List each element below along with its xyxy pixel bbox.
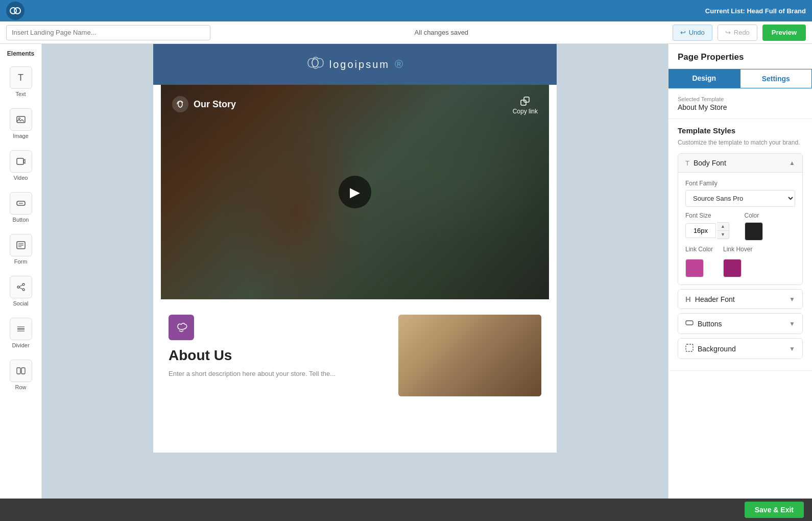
body-font-chevron-icon: ▲	[789, 159, 795, 167]
body-font-icon: T	[685, 159, 689, 167]
buttons-accordion: Buttons ▼	[678, 313, 803, 334]
svg-rect-24	[521, 100, 526, 105]
buttons-accordion-header[interactable]: Buttons ▼	[678, 314, 802, 334]
font-size-group: Font Size 16px ▲ ▼	[685, 212, 736, 241]
font-size-input-row: 16px ▲ ▼	[685, 222, 736, 239]
sidebar-item-button-label: Button	[13, 217, 29, 223]
about-us-image	[398, 315, 541, 396]
story-icon	[172, 96, 188, 112]
sidebar-item-divider-label: Divider	[12, 342, 29, 348]
link-color-group: Link Color	[685, 246, 713, 277]
about-icon	[169, 315, 194, 340]
page-name-input[interactable]	[6, 25, 210, 40]
text-icon: T	[10, 66, 32, 89]
svg-rect-25	[686, 321, 693, 325]
about-us-left: About Us Enter a short description here …	[169, 315, 383, 396]
button-icon	[10, 192, 32, 215]
svg-line-14	[19, 285, 22, 287]
sidebar-item-form-label: Form	[14, 258, 28, 265]
sidebar-item-row[interactable]: Row	[3, 356, 39, 394]
background-accordion-header[interactable]: Background ▼	[678, 339, 802, 359]
sidebar-item-divider[interactable]: Divider	[3, 314, 39, 352]
header-font-accordion: H Header Font ▼	[678, 289, 803, 309]
buttons-chevron-icon: ▼	[789, 320, 795, 327]
svg-rect-26	[686, 344, 693, 351]
body-font-accordion-header[interactable]: T Body Font ▲	[678, 154, 802, 173]
main-layout: Elements T Text Image Video Button	[0, 44, 812, 499]
social-icon	[10, 276, 32, 298]
svg-point-21	[312, 59, 318, 67]
header-font-accordion-header[interactable]: H Header Font ▼	[678, 290, 802, 309]
font-size-label: Font Size	[685, 212, 736, 219]
topbar: Current List: Head Full of Brand	[0, 0, 812, 21]
form-icon	[10, 234, 32, 256]
selected-template-value: About My Store	[678, 103, 803, 111]
link-hover-label: Link Hover	[723, 246, 752, 253]
save-exit-button[interactable]: Save & Exit	[745, 502, 804, 518]
video-section[interactable]: Our Story ▶ Copy link	[161, 85, 549, 299]
video-icon	[10, 150, 32, 173]
svg-rect-20	[21, 368, 25, 374]
body-font-accordion-body: Font Family Source Sans Pro Arial Roboto…	[678, 173, 802, 285]
header-font-label: Header Font	[695, 295, 735, 303]
buttons-icon	[685, 319, 694, 328]
canvas-area[interactable]: logoipsum® Our Story ▶	[42, 44, 668, 499]
link-color-swatch[interactable]	[685, 259, 704, 277]
undo-button[interactable]: ↩ Undo	[673, 25, 712, 41]
preview-button[interactable]: Preview	[762, 25, 806, 41]
body-font-label: Body Font	[694, 159, 726, 167]
background-chevron-icon: ▼	[789, 345, 795, 352]
background-label: Background	[698, 345, 736, 353]
divider-icon	[10, 318, 32, 340]
link-hover-swatch[interactable]	[723, 259, 742, 277]
svg-point-11	[17, 286, 19, 288]
sidebar-item-image-label: Image	[13, 133, 29, 139]
svg-point-3	[18, 118, 20, 120]
sidebar-item-row-label: Row	[15, 384, 26, 390]
video-play-button[interactable]: ▶	[339, 176, 371, 208]
sidebar-item-social-label: Social	[13, 300, 29, 306]
sidebar-item-social[interactable]: Social	[3, 272, 39, 311]
sidebar-item-button[interactable]: Button	[3, 188, 39, 227]
font-color-swatch[interactable]	[745, 222, 763, 241]
sidebar-item-text-label: Text	[15, 91, 26, 97]
link-hover-group: Link Hover	[723, 246, 752, 277]
svg-point-22	[178, 101, 182, 107]
video-overlay: Our Story ▶ Copy link	[161, 85, 549, 299]
redo-icon: ↪	[725, 29, 731, 36]
undo-icon: ↩	[680, 29, 686, 36]
link-color-row: Link Color Link Hover	[685, 246, 795, 277]
font-size-stepper[interactable]: ▲ ▼	[717, 222, 729, 239]
svg-point-13	[22, 289, 25, 291]
font-size-input[interactable]: 16px	[685, 223, 716, 238]
background-accordion: Background ▼	[678, 338, 803, 359]
brand-logo-area: logoipsum®	[306, 56, 404, 74]
svg-point-1	[14, 8, 20, 14]
properties-panel: Page Properties Design Settings Selected…	[668, 44, 812, 499]
header-font-chevron-icon: ▼	[789, 296, 795, 303]
tab-settings[interactable]: Settings	[740, 69, 813, 88]
svg-rect-23	[524, 97, 529, 102]
page-header: logoipsum®	[153, 44, 557, 85]
font-size-down-icon[interactable]: ▼	[717, 231, 729, 239]
bottombar: Save & Exit	[0, 499, 812, 521]
copy-link-button[interactable]: Copy link	[513, 96, 538, 115]
svg-line-15	[19, 288, 22, 289]
toolbar: All changes saved ↩ Undo ↪ Redo Preview	[0, 21, 812, 44]
svg-rect-4	[17, 158, 23, 164]
app-logo[interactable]	[6, 2, 25, 20]
selected-template-label: Selected Template	[678, 96, 803, 102]
tab-design[interactable]: Design	[668, 69, 740, 88]
sidebar-item-form[interactable]: Form	[3, 230, 39, 269]
redo-button[interactable]: ↪ Redo	[718, 25, 757, 41]
font-color-label: Color	[745, 212, 796, 219]
svg-rect-19	[17, 368, 20, 374]
header-font-icon: H	[685, 295, 691, 303]
sidebar-item-video[interactable]: Video	[3, 146, 39, 185]
sidebar-item-image[interactable]: Image	[3, 104, 39, 143]
font-size-up-icon[interactable]: ▲	[717, 223, 729, 231]
template-styles-desc: Customize the template to match your bra…	[678, 139, 803, 146]
sidebar-item-text[interactable]: T Text	[3, 62, 39, 101]
font-family-select[interactable]: Source Sans Pro Arial Roboto Open Sans	[685, 190, 795, 207]
about-us-section: About Us Enter a short description here …	[153, 299, 557, 396]
